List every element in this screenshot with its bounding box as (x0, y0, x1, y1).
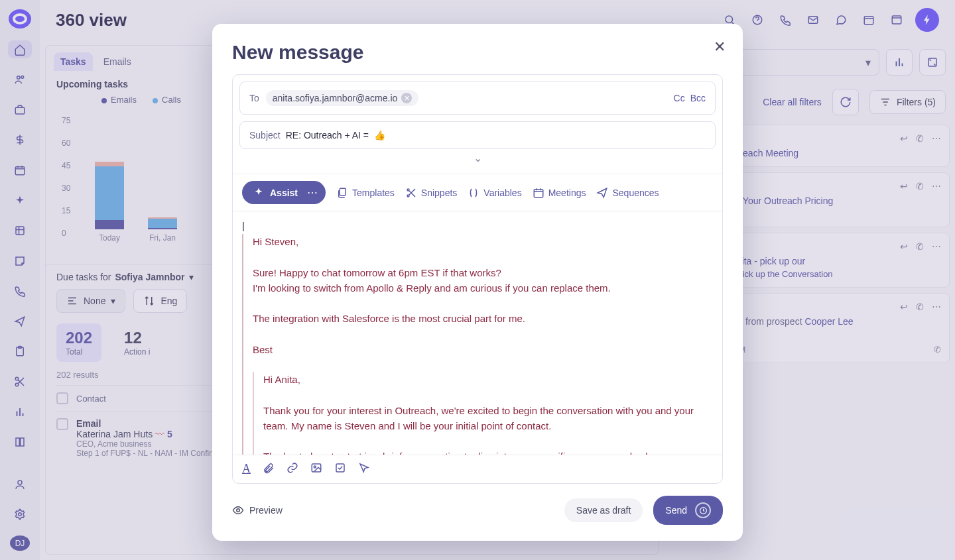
bcc-link[interactable]: Bcc (690, 93, 706, 103)
svg-point-24 (237, 509, 240, 512)
text-format-icon[interactable]: A (242, 462, 251, 476)
snippets-button[interactable]: Snippets (405, 187, 457, 199)
svg-point-22 (314, 466, 316, 468)
compose-modal-backdrop: New message ✕ To anita.sofiya.jamnbor@ac… (0, 0, 955, 560)
svg-point-18 (407, 189, 409, 191)
compose-modal: New message ✕ To anita.sofiya.jamnbor@ac… (212, 24, 743, 541)
recipient-chip: anita.sofiya.jamnbor@acme.io✕ (266, 90, 419, 106)
thumbs-up-icon: 👍 (374, 130, 385, 140)
close-icon[interactable]: ✕ (710, 37, 730, 57)
assist-button[interactable]: Assist (242, 181, 308, 204)
format-toolbar: A (233, 455, 722, 483)
message-body[interactable]: | Hi Steven, Sure! Happy to chat tomorro… (233, 211, 722, 455)
save-draft-button[interactable]: Save as draft (564, 498, 643, 522)
cc-link[interactable]: Cc (674, 93, 685, 103)
chip-remove-icon[interactable]: ✕ (401, 93, 412, 103)
checkbox-icon[interactable] (334, 462, 346, 476)
image-icon[interactable] (310, 462, 322, 476)
preview-link[interactable]: Preview (232, 504, 283, 516)
to-field[interactable]: To anita.sofiya.jamnbor@acme.io✕ CcBcc (239, 82, 716, 115)
meetings-button[interactable]: Meetings (533, 187, 586, 199)
svg-rect-17 (340, 188, 346, 196)
svg-rect-20 (534, 189, 543, 197)
svg-point-19 (407, 195, 409, 197)
svg-rect-23 (336, 464, 344, 472)
compose-toolbar: Assist ⋯ Templates Snippets Variables Me… (233, 174, 722, 211)
variables-button[interactable]: Variables (468, 187, 521, 199)
cursor-icon[interactable] (358, 462, 370, 476)
send-button[interactable]: Send (653, 496, 723, 525)
templates-button[interactable]: Templates (336, 187, 395, 199)
sequences-button[interactable]: Sequences (596, 187, 659, 199)
link-icon[interactable] (286, 462, 298, 476)
subject-field[interactable]: Subject RE: Outreach + AI = 👍 (239, 121, 716, 149)
expand-handle[interactable]: ⌄ (233, 149, 722, 167)
assist-more-button[interactable]: ⋯ (299, 181, 326, 204)
attachment-icon[interactable] (263, 462, 275, 476)
subject-value: RE: Outreach + AI = (286, 130, 369, 140)
modal-title: New message (232, 41, 723, 64)
schedule-icon[interactable] (695, 502, 711, 518)
